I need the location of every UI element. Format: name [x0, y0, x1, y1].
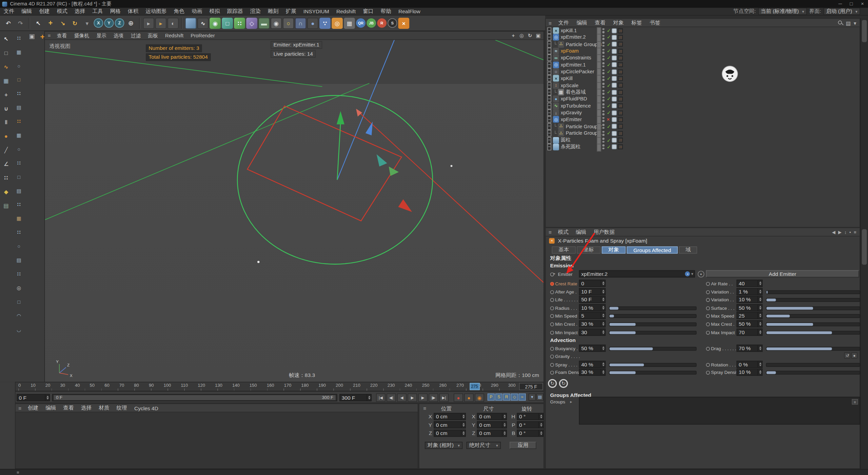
preview-range-slider[interactable]: 0 F 300 F [52, 394, 337, 401]
minimize-button[interactable]: ─ [835, 1, 846, 6]
value-field[interactable]: 50 F [579, 296, 606, 303]
spinner[interactable] [757, 369, 762, 375]
parameter-slider[interactable] [609, 322, 696, 326]
spinner[interactable] [600, 313, 605, 319]
keyframe-bullet[interactable] [550, 314, 554, 318]
xparticles-tag-icon[interactable] [618, 131, 623, 136]
keyframe-bullet[interactable] [706, 330, 710, 334]
value-field[interactable]: 50 % [736, 320, 763, 327]
xparticles-tag-icon[interactable] [618, 97, 623, 102]
xparticles-tag-icon[interactable] [618, 83, 623, 88]
parameter-slider[interactable] [766, 363, 860, 366]
circle-select-icon[interactable]: ◎ [15, 284, 23, 292]
spinner[interactable] [538, 430, 543, 436]
xparticles-tag-icon[interactable] [618, 28, 623, 33]
spinner[interactable] [45, 395, 49, 401]
menu-item[interactable]: 窗口 [359, 8, 377, 15]
attribute-tab[interactable]: 对象 [602, 246, 626, 253]
pick-emitter-button[interactable]: ● [698, 271, 705, 278]
attribute-tab[interactable]: 坐标 [577, 246, 600, 253]
attribute-tab[interactable]: 基本 [552, 246, 576, 253]
value-field[interactable]: 25 [736, 312, 763, 319]
current-frame-field[interactable]: 275 F [519, 383, 543, 390]
prev-frame-button[interactable]: ◀ [397, 394, 407, 402]
status-menu-icon[interactable]: ≡ [17, 470, 19, 475]
square-icon[interactable]: □ [15, 76, 23, 84]
grid-tool-icon[interactable]: ▤ [2, 202, 11, 210]
menu-item[interactable]: 网格 [106, 8, 124, 15]
circle-icon[interactable]: ○ [15, 146, 23, 153]
visibility-dots[interactable] [602, 130, 605, 137]
expand-toggle[interactable]: − [547, 34, 551, 41]
keyframe-bullet[interactable] [550, 306, 554, 310]
texture-tag-icon[interactable] [612, 138, 617, 143]
deformer-icon[interactable]: ◇ [246, 18, 257, 29]
value-field[interactable]: 0 % [736, 361, 763, 368]
menu-item[interactable]: 体积 [124, 8, 142, 15]
array-tool-icon[interactable]: ∷ [2, 174, 11, 182]
value-field[interactable]: 10 F [579, 288, 606, 295]
add-emitter-button[interactable]: Add Emitter [706, 270, 859, 278]
xparticles-tag-icon[interactable] [618, 49, 623, 54]
scroll-thumb[interactable] [862, 229, 867, 265]
texture-tag-icon[interactable] [612, 103, 617, 109]
keyframe-bullet[interactable] [706, 282, 710, 286]
motion-system-icon[interactable]: ▤ [536, 394, 544, 401]
volume-icon[interactable]: ▦ [344, 18, 355, 29]
material-menu-item[interactable]: 材质 [95, 404, 113, 412]
xparticles-tag-icon[interactable] [618, 110, 623, 115]
keyframe-bullet[interactable] [550, 330, 554, 334]
keyframe-bullet[interactable] [550, 347, 554, 350]
spinner[interactable] [600, 369, 605, 375]
measure-tool-icon[interactable]: ∠ [2, 160, 11, 168]
render-view-icon[interactable]: ▸ [143, 18, 154, 29]
record-button[interactable]: ● [454, 394, 463, 402]
grid-icon[interactable]: ▤ [15, 256, 23, 264]
enable-check-icon[interactable] [607, 27, 611, 34]
xparticles-tag-icon[interactable] [618, 76, 623, 81]
menu-item[interactable]: INSYDIUM [300, 8, 333, 15]
gravity-reset-button[interactable]: ↺ [844, 353, 850, 359]
menu-item[interactable]: 扩展 [282, 8, 300, 15]
material-menu-item[interactable]: 创建 [24, 404, 42, 412]
render-settings-icon[interactable]: ◐ [167, 18, 179, 29]
spinner[interactable] [502, 430, 506, 436]
arc-icon[interactable]: ◡ [15, 326, 23, 334]
substance-icon[interactable]: S [388, 18, 397, 28]
spinner[interactable] [461, 414, 465, 420]
mirror-tool-icon[interactable]: ‖ [2, 118, 11, 127]
keyframe-bullet[interactable] [706, 347, 710, 350]
dot-grid-icon[interactable]: ∷ [15, 90, 23, 98]
spinner[interactable] [461, 422, 465, 428]
coordinate-system-icon[interactable]: ⊕ [125, 18, 137, 29]
visibility-dots[interactable] [602, 82, 605, 89]
record-position-toggle[interactable]: P [488, 394, 495, 401]
spinner[interactable] [600, 305, 605, 311]
value-field[interactable]: 40 [736, 280, 763, 287]
value-field[interactable]: 0 [579, 280, 606, 287]
generator-icon[interactable]: □ [222, 18, 233, 29]
texture-tag-icon[interactable] [612, 90, 617, 95]
viewport-menu-item[interactable]: 查看 [53, 32, 71, 39]
value-field[interactable]: 50 % [736, 304, 763, 311]
title-bar[interactable]: Cinema 4D R21.207 (RC) - [教程.c4d *] - 主要… [0, 0, 868, 8]
value-field[interactable]: 40 % [579, 361, 606, 368]
spinner[interactable] [757, 329, 762, 335]
redshift-icon[interactable]: R [377, 18, 387, 28]
field-icon[interactable]: ◎ [332, 18, 343, 29]
viewport-canvas[interactable]: 透视视图 Emitter: xpEmitter.1Live particles:… [45, 40, 543, 382]
jb-plugin-icon[interactable]: JB [367, 18, 376, 28]
floor-icon[interactable]: ▬ [258, 18, 270, 29]
size-field[interactable]: 0 cm [477, 421, 507, 428]
enable-check-icon[interactable] [607, 55, 611, 61]
search-icon[interactable] [838, 20, 843, 25]
light-icon[interactable]: ○ [283, 18, 294, 29]
panel-menu-icon[interactable]: ≡ [546, 20, 554, 26]
magnet-tool-icon[interactable]: ∪ [2, 104, 11, 113]
square-icon[interactable]: □ [15, 298, 23, 306]
viewport-menu-item[interactable]: ProRender [187, 33, 218, 38]
live-selection-icon[interactable]: ↖ [2, 35, 11, 43]
enable-check-icon[interactable] [607, 130, 611, 137]
object-menu-item[interactable]: 编辑 [573, 19, 591, 26]
visibility-dots[interactable] [602, 144, 605, 150]
